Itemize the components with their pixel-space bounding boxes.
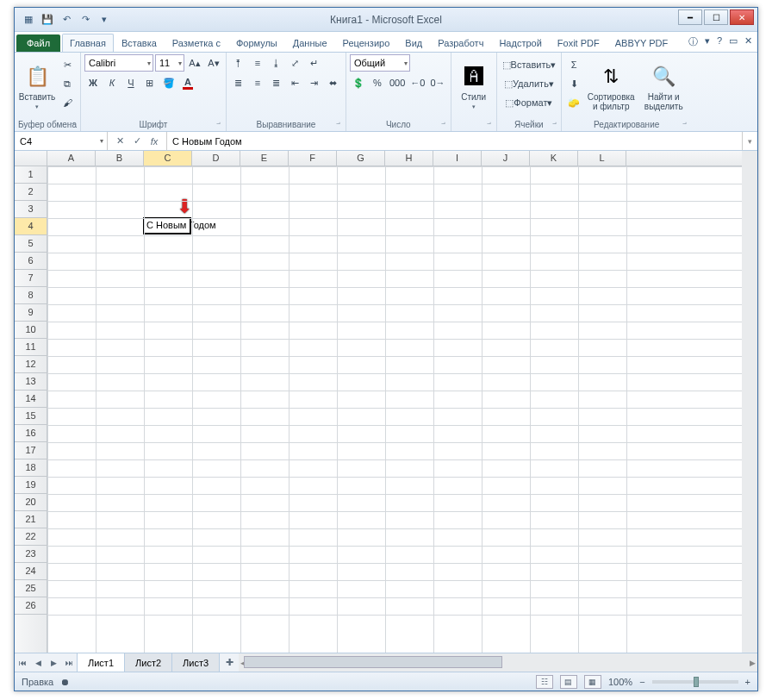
qat-undo-icon[interactable]: ↶ [58,11,75,28]
underline-button[interactable]: Ч [122,74,140,91]
worksheet-grid[interactable]: ABCDEFGHIJKL 123456789101112131415161718… [15,151,757,653]
row-header-12[interactable]: 12 [15,356,47,373]
autosum-icon[interactable]: Σ [565,56,582,73]
select-all-button[interactable] [15,151,47,166]
formula-input[interactable] [167,132,742,150]
qat-save-icon[interactable]: 💾 [39,11,56,28]
window-restore-icon[interactable]: ▭ [729,35,738,48]
row-header-25[interactable]: 25 [15,580,47,597]
row-header-10[interactable]: 10 [15,322,47,339]
tab-вид[interactable]: Вид [397,34,430,52]
col-header-J[interactable]: J [482,151,530,166]
row-header-19[interactable]: 19 [15,477,47,494]
col-header-L[interactable]: L [578,151,626,166]
tab-разметка с[interactable]: Разметка с [165,34,228,52]
cut-icon[interactable]: ✂ [59,56,76,73]
row-header-16[interactable]: 16 [15,425,47,442]
row-header-1[interactable]: 1 [15,166,47,184]
format-cells-button[interactable]: ⬚ Формат ▾ [501,94,558,111]
row-header-24[interactable]: 24 [15,563,47,580]
tab-данные[interactable]: Данные [285,34,335,52]
new-sheet-icon[interactable]: ✚ [220,653,239,672]
row-header-3[interactable]: 3 [15,201,47,218]
font-color-icon[interactable]: A [179,74,196,91]
fill-icon[interactable]: ⬇ [565,75,582,92]
help-icon[interactable]: ⓘ [688,35,698,48]
grow-font-icon[interactable]: A▴ [186,54,203,72]
qat-customize-icon[interactable]: ▾ [96,11,113,28]
delete-cells-button[interactable]: ⬚ Удалить ▾ [501,75,558,92]
find-select-button[interactable]: 🔍 Найти и выделить [639,54,688,119]
row-header-11[interactable]: 11 [15,339,47,356]
qat-redo-icon[interactable]: ↷ [77,11,94,28]
increase-decimal-icon[interactable]: ←0 [408,74,426,91]
format-painter-icon[interactable]: 🖌 [59,94,76,111]
expand-formula-icon[interactable]: ▾ [742,132,757,150]
tab-рецензиро[interactable]: Рецензиро [335,34,398,52]
col-header-K[interactable]: K [530,151,578,166]
tab-надстрой[interactable]: Надстрой [491,34,549,52]
name-box[interactable]: C4 [15,132,108,150]
border-icon[interactable]: ⊞ [141,74,159,91]
align-right-icon[interactable]: ≣ [268,74,285,91]
clear-icon[interactable]: 🧽 [565,94,582,111]
row-header-9[interactable]: 9 [15,304,47,322]
sheet-last-icon[interactable]: ⏭ [61,653,77,672]
maximize-button[interactable]: ☐ [704,9,728,25]
row-header-21[interactable]: 21 [15,511,47,528]
row-header-5[interactable]: 5 [15,235,47,253]
row-header-17[interactable]: 17 [15,442,47,459]
insert-cells-button[interactable]: ⬚ Вставить ▾ [501,56,558,73]
copy-icon[interactable]: ⧉ [59,75,76,92]
sheet-first-icon[interactable]: ⏮ [15,653,30,672]
sheet-tab-Лист2[interactable]: Лист2 [125,653,172,672]
row-header-26[interactable]: 26 [15,597,47,615]
orientation-icon[interactable]: ⤢ [287,54,304,72]
fx-icon[interactable]: fx [147,134,161,148]
number-format-combo[interactable]: Общий [350,54,410,72]
merge-icon[interactable]: ⬌ [325,74,342,91]
row-header-2[interactable]: 2 [15,184,47,201]
cancel-icon[interactable]: ✕ [113,134,127,148]
sheet-tab-Лист1[interactable]: Лист1 [78,653,125,672]
col-header-D[interactable]: D [192,151,240,166]
align-bottom-icon[interactable]: ⭳ [268,54,285,72]
excel-icon[interactable]: ▦ [20,11,37,28]
zoom-out-icon[interactable]: − [639,677,644,687]
vertical-scrollbar[interactable] [742,151,757,653]
shrink-font-icon[interactable]: A▾ [205,54,222,72]
enter-icon[interactable]: ✓ [130,134,144,148]
font-size-combo[interactable]: 11 [155,54,184,72]
tab-abbyy pdf[interactable]: ABBYY PDF [607,34,676,52]
font-name-combo[interactable]: Calibri [84,54,153,72]
sheet-prev-icon[interactable]: ◀ [30,653,46,672]
zoom-in-icon[interactable]: + [745,677,750,687]
decrease-indent-icon[interactable]: ⇤ [287,74,304,91]
align-left-icon[interactable]: ≣ [230,74,247,91]
row-header-20[interactable]: 20 [15,494,47,511]
tab-file[interactable]: Файл [16,34,60,52]
row-header-18[interactable]: 18 [15,459,47,477]
row-header-4[interactable]: 4 [15,218,47,235]
ribbon-help-icon[interactable]: ? [717,35,722,48]
page-layout-view-icon[interactable]: ▤ [560,675,577,689]
align-top-icon[interactable]: ⭱ [230,54,247,72]
percent-icon[interactable]: % [369,74,386,91]
row-header-14[interactable]: 14 [15,391,47,408]
comma-icon[interactable]: 000 [388,74,407,91]
sheet-next-icon[interactable]: ▶ [46,653,61,672]
align-middle-icon[interactable]: ≡ [249,54,266,72]
col-header-F[interactable]: F [289,151,337,166]
sort-filter-button[interactable]: ⇅ Сортировка и фильтр [585,54,637,119]
zoom-slider[interactable] [652,680,738,684]
increase-indent-icon[interactable]: ⇥ [306,74,323,91]
italic-button[interactable]: К [103,74,121,91]
minimize-ribbon-icon[interactable]: ▾ [705,35,710,48]
tab-вставка[interactable]: Вставка [114,34,165,52]
col-header-B[interactable]: B [96,151,144,166]
sheet-tab-Лист3[interactable]: Лист3 [172,653,220,672]
tab-формулы[interactable]: Формулы [228,34,285,52]
row-header-23[interactable]: 23 [15,546,47,563]
col-header-G[interactable]: G [337,151,385,166]
macro-record-icon[interactable]: ⏺ [60,677,70,687]
